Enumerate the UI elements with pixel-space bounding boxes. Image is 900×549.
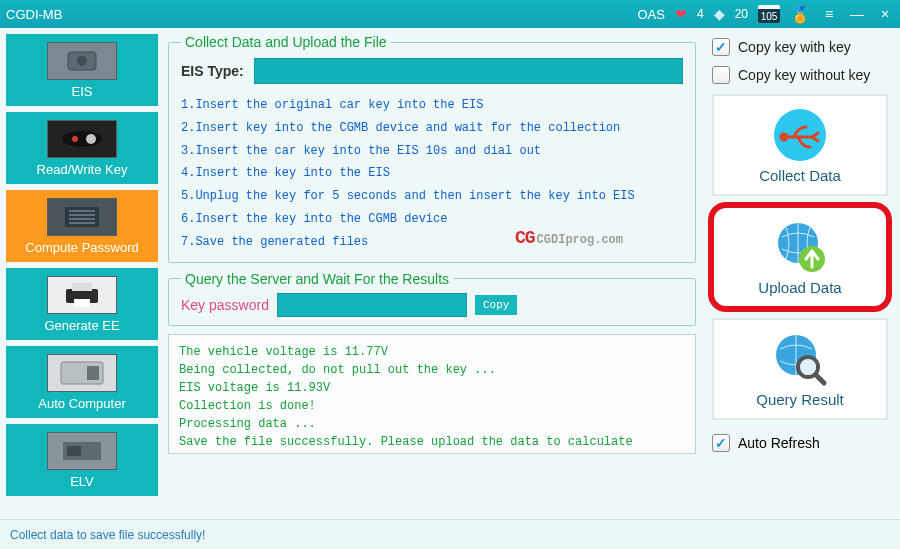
statusbar: Collect data to save file successfully! — [0, 519, 900, 549]
query-panel: Query the Server and Wait For the Result… — [168, 271, 696, 326]
close-button[interactable]: × — [876, 6, 894, 22]
button-label: Collect Data — [759, 167, 841, 184]
diamond-icon: ◆ — [714, 6, 725, 22]
checkbox-label: Copy key without key — [738, 67, 870, 83]
key-password-label: Key password — [181, 297, 269, 313]
checkbox-label: Copy key with key — [738, 39, 851, 55]
svg-rect-5 — [65, 207, 99, 227]
copy-key-with-key-row[interactable]: Copy key with key — [712, 38, 888, 56]
svg-rect-11 — [72, 283, 92, 291]
button-label: Upload Data — [758, 279, 841, 296]
sidebar-item-label: Read/Write Key — [37, 162, 128, 177]
auto-refresh-row[interactable]: Auto Refresh — [712, 434, 888, 452]
oas-label: OAS — [637, 7, 664, 22]
sidebar: EIS Read/Write Key Compute Password Gene… — [0, 28, 164, 519]
minimize-button[interactable]: — — [848, 6, 866, 22]
sidebar-item-generate-ee[interactable]: Generate EE — [6, 268, 158, 340]
button-label: Query Result — [756, 391, 844, 408]
step-line: 1.Insert the original car key into the E… — [181, 94, 683, 117]
sidebar-item-read-write-key[interactable]: Read/Write Key — [6, 112, 158, 184]
svg-point-18 — [781, 134, 787, 140]
checkbox-icon[interactable] — [712, 66, 730, 84]
svg-line-24 — [816, 375, 824, 383]
step-line: 2.Insert key into the CGMB device and wa… — [181, 117, 683, 140]
main-content: Collect Data and Upload the File EIS Typ… — [164, 28, 700, 519]
svg-point-3 — [86, 134, 96, 144]
svg-point-23 — [800, 359, 816, 375]
copy-key-without-key-row[interactable]: Copy key without key — [712, 66, 888, 84]
globe-search-icon — [772, 331, 828, 387]
collect-data-button[interactable]: Collect Data — [712, 94, 888, 196]
usb-circle-icon — [772, 107, 828, 163]
collect-panel: Collect Data and Upload the File EIS Typ… — [168, 34, 696, 263]
checkbox-checked-icon[interactable] — [712, 38, 730, 56]
instruction-steps: 1.Insert the original car key into the E… — [181, 94, 683, 254]
collect-panel-legend: Collect Data and Upload the File — [181, 34, 391, 50]
sidebar-item-elv[interactable]: ELV — [6, 424, 158, 496]
titlebar: CGDI-MB OAS ❤ 4 ◆ 20 105 🏅 ≡ — × — [0, 0, 900, 28]
sidebar-item-auto-computer[interactable]: Auto Computer — [6, 346, 158, 418]
upload-data-button[interactable]: Upload Data — [712, 206, 888, 308]
medal-icon: 🏅 — [790, 5, 810, 24]
heart-count: 4 — [697, 7, 704, 21]
eis-type-field[interactable] — [254, 58, 683, 84]
eis-icon — [47, 42, 117, 80]
eis-type-label: EIS Type: — [181, 63, 244, 79]
step-line: 5.Unplug the key for 5 seconds and then … — [181, 185, 683, 208]
log-line: Save the file successfully. Please uploa… — [179, 433, 685, 454]
calendar-badge: 105 — [758, 5, 780, 23]
svg-point-4 — [72, 136, 78, 142]
printer-icon — [47, 276, 117, 314]
log-line: EIS voltage is 11.93V — [179, 379, 685, 397]
watermark-text: CGDIprog.com — [537, 229, 623, 252]
elv-icon — [47, 432, 117, 470]
status-text: Collect data to save file successfully! — [10, 528, 205, 542]
key-password-field[interactable] — [277, 293, 467, 317]
query-panel-legend: Query the Server and Wait For the Result… — [181, 271, 453, 287]
watermark-cg: CG — [515, 221, 535, 255]
svg-rect-12 — [74, 299, 90, 307]
log-line: The vehicle voltage is 11.77V — [179, 343, 685, 361]
menu-button[interactable]: ≡ — [820, 6, 838, 22]
log-output: The vehicle voltage is 11.77V Being coll… — [168, 334, 696, 454]
right-column: Copy key with key Copy key without key C… — [700, 28, 900, 519]
heart-icon: ❤ — [675, 6, 687, 22]
diamond-count: 20 — [735, 7, 748, 21]
sidebar-item-compute-password[interactable]: Compute Password — [6, 190, 158, 262]
key-icon — [47, 120, 117, 158]
sidebar-item-label: Auto Computer — [38, 396, 125, 411]
chip-icon — [47, 198, 117, 236]
step-line: 4.Insert the key into the EIS — [181, 162, 683, 185]
sidebar-item-label: ELV — [70, 474, 94, 489]
svg-rect-16 — [67, 446, 81, 456]
log-line: Processing data ... — [179, 415, 685, 433]
ecu-icon — [47, 354, 117, 392]
watermark: CG CGDIprog.com — [515, 221, 623, 255]
checkbox-label: Auto Refresh — [738, 435, 820, 451]
log-line: Collection is done! — [179, 397, 685, 415]
svg-rect-14 — [87, 366, 99, 380]
app-title: CGDI-MB — [6, 7, 62, 22]
sidebar-item-eis[interactable]: EIS — [6, 34, 158, 106]
log-line: Being collected, do not pull out the key… — [179, 361, 685, 379]
sidebar-item-label: EIS — [72, 84, 93, 99]
checkbox-checked-icon[interactable] — [712, 434, 730, 452]
sidebar-item-label: Generate EE — [44, 318, 119, 333]
copy-button[interactable]: Copy — [475, 295, 517, 315]
sidebar-item-label: Compute Password — [25, 240, 138, 255]
step-line: 3.Insert the car key into the EIS 10s an… — [181, 140, 683, 163]
globe-upload-icon — [772, 219, 828, 275]
svg-point-1 — [77, 56, 87, 66]
query-result-button[interactable]: Query Result — [712, 318, 888, 420]
